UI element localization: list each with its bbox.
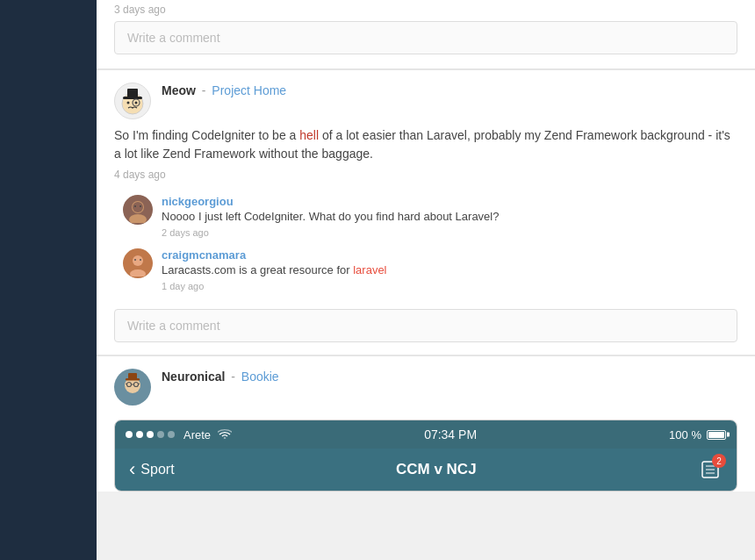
- ios-back-chevron-icon: ‹: [129, 460, 135, 479]
- meow-post: Meow - Project Home So I'm finding CodeI…: [97, 69, 755, 355]
- svg-point-10: [140, 205, 141, 207]
- meow-comment-input[interactable]: [114, 309, 737, 342]
- meow-username: Meow: [162, 83, 196, 97]
- meow-body-text: So I'm finding CodeIgniter to be a hell …: [114, 126, 737, 163]
- nick-username[interactable]: nickgeorgiou: [162, 195, 755, 208]
- meow-post-header-row: Meow - Project Home: [114, 83, 737, 119]
- ios-dot-2: [136, 431, 143, 438]
- ios-back-label: Sport: [140, 462, 174, 477]
- svg-point-4: [127, 102, 130, 104]
- craig-reply-body: Laracasts.com is a great resource for la…: [162, 262, 755, 278]
- craig-avatar: [123, 248, 153, 278]
- reply-nick: nickgeorgiou Noooo I just left CodeIgnit…: [123, 195, 755, 238]
- ios-dot-5: [168, 431, 175, 438]
- svg-point-8: [133, 202, 143, 212]
- ios-nav-title: CCM v NCJ: [396, 461, 477, 478]
- sidebar: [0, 0, 97, 560]
- top-timestamp: 3 days ago: [97, 4, 755, 16]
- nick-reply-content: nickgeorgiou Noooo I just left CodeIgnit…: [162, 195, 755, 238]
- meow-project-link[interactable]: Project Home: [212, 83, 286, 97]
- ios-nav-bar: ‹ Sport CCM v NCJ 2: [115, 449, 737, 491]
- svg-point-7: [129, 214, 147, 223]
- ios-nav-right: 2: [698, 457, 723, 482]
- meow-post-header: Meow - Project Home: [97, 70, 755, 119]
- craig-reply-content: craigmcnamara Laracasts.com is a great r…: [162, 248, 755, 291]
- ios-dot-4: [157, 431, 164, 438]
- ios-dot-3: [147, 431, 154, 438]
- neuronical-avatar: [114, 369, 151, 406]
- neuronical-username: Neuronical: [162, 370, 225, 384]
- neuronical-header-row: Neuronical - Bookie: [114, 369, 737, 406]
- top-comment-input[interactable]: [114, 21, 737, 54]
- meow-post-meta: Meow - Project Home: [162, 83, 737, 98]
- svg-point-5: [135, 102, 138, 104]
- nick-avatar: [123, 195, 153, 225]
- meow-timestamp: 4 days ago: [114, 169, 737, 181]
- ios-back-button[interactable]: ‹ Sport: [129, 460, 175, 479]
- ios-battery-percent: 100 %: [669, 428, 701, 442]
- ios-mockup: Arete 07:34 PM 100 %: [114, 420, 737, 492]
- neuronical-post-meta: Neuronical - Bookie: [162, 369, 737, 384]
- ios-carrier: Arete: [183, 428, 211, 442]
- craig-username[interactable]: craigmcnamara: [162, 248, 755, 262]
- nick-reply-timestamp: 2 days ago: [162, 227, 755, 238]
- top-comment-input-row: [97, 16, 755, 60]
- ios-battery-icon: [707, 430, 726, 440]
- ios-wifi-icon: [218, 428, 232, 442]
- ios-status-right: 100 %: [669, 428, 726, 442]
- neuronical-project-link[interactable]: Bookie: [241, 370, 279, 384]
- meow-comment-input-row: [97, 302, 755, 355]
- ios-badge: 2: [712, 454, 726, 468]
- meow-avatar: [114, 83, 151, 119]
- svg-point-15: [140, 259, 141, 261]
- craig-reply-timestamp: 1 day ago: [162, 281, 755, 291]
- ios-battery-fill: [708, 432, 724, 438]
- meow-replies: nickgeorgiou Noooo I just left CodeIgnit…: [123, 195, 755, 291]
- reply-craig: craigmcnamara Laracasts.com is a great r…: [123, 248, 755, 291]
- meow-dash: -: [198, 83, 209, 97]
- nick-reply-body: Noooo I just left CodeIgniter. What do y…: [162, 209, 755, 225]
- neuronical-post-header: Neuronical - Bookie: [97, 356, 755, 420]
- top-section: 3 days ago: [97, 0, 755, 69]
- svg-rect-24: [128, 373, 137, 379]
- neuronical-post: Neuronical - Bookie Arete: [97, 355, 755, 492]
- ios-status-left: Arete: [126, 428, 232, 442]
- ios-dot-1: [126, 431, 133, 438]
- svg-point-12: [133, 255, 143, 266]
- main-content: 3 days ago: [97, 0, 755, 560]
- svg-point-9: [134, 205, 136, 207]
- svg-point-14: [134, 259, 136, 261]
- svg-rect-2: [127, 89, 138, 97]
- meow-post-body: So I'm finding CodeIgniter to be a hell …: [97, 126, 755, 186]
- neuronical-dash: -: [227, 370, 238, 384]
- ios-time: 07:34 PM: [424, 427, 477, 442]
- ios-status-bar: Arete 07:34 PM 100 %: [115, 420, 737, 449]
